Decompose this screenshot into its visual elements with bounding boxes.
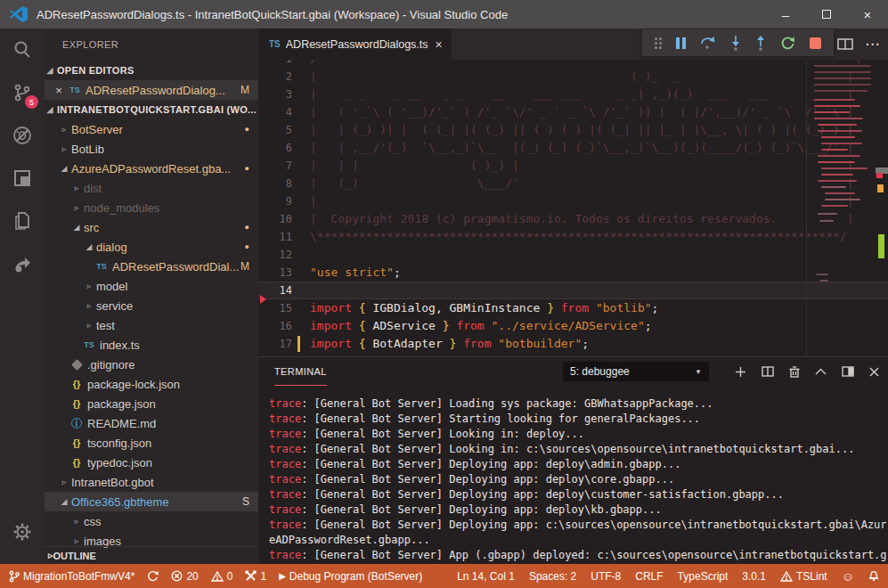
activity-item-source-control[interactable]: 5 bbox=[0, 71, 45, 114]
bell-icon bbox=[868, 570, 879, 582]
outline-section-header[interactable]: ▹ OUTLINE bbox=[45, 546, 258, 564]
tree-item[interactable]: ◢src● bbox=[45, 217, 258, 237]
open-editors-header[interactable]: ◢OPEN EDITORS bbox=[45, 61, 258, 80]
code-line[interactable]: 13"use strict"; bbox=[258, 264, 888, 282]
new-terminal-button[interactable] bbox=[735, 366, 746, 378]
tree-item[interactable]: {}tsconfig.json bbox=[45, 433, 258, 453]
close-panel-button[interactable] bbox=[869, 367, 879, 377]
code-line[interactable]: 7| | | ( )_) | | bbox=[258, 157, 888, 175]
maximize-panel-button[interactable] bbox=[815, 368, 827, 375]
activity-item-share[interactable] bbox=[0, 242, 45, 285]
code-line[interactable]: 4| ( '_`\ ( '__)/'_` ) /'_ `\/' _ ` _ `\… bbox=[258, 103, 888, 121]
more-actions-button[interactable]: ··· bbox=[866, 37, 881, 52]
code-line[interactable]: 10| Copyright 2018 (c) pragmatismo.io. T… bbox=[258, 210, 888, 228]
minimize-button[interactable]: – bbox=[765, 0, 806, 29]
status-git-branch[interactable]: MigrationToBotFmwV4* bbox=[9, 570, 134, 583]
line-number: 12 bbox=[258, 246, 292, 264]
tab-close-icon[interactable]: × bbox=[436, 37, 443, 52]
gitignore-icon bbox=[71, 359, 83, 371]
tree-item[interactable]: ▹css bbox=[45, 511, 258, 531]
tree-item[interactable]: {}typedoc.json bbox=[45, 453, 258, 472]
workspace-section-header[interactable]: ◢INTRANETBOTQUICKSTART.GBAI (WO... bbox=[45, 100, 258, 119]
minimize-icon: – bbox=[782, 7, 789, 22]
code-line[interactable]: 8| (_) \___/' | bbox=[258, 175, 888, 192]
chevron-collapsed-icon: ▹ bbox=[71, 536, 82, 545]
debug-step-over-button[interactable] bbox=[700, 36, 716, 51]
debug-step-out-button[interactable] bbox=[755, 36, 766, 51]
toggle-panel-position-button[interactable] bbox=[842, 366, 854, 377]
activity-item-search[interactable] bbox=[0, 29, 45, 71]
debug-restart-button[interactable] bbox=[780, 36, 795, 51]
close-button[interactable]: × bbox=[847, 0, 888, 29]
minimap[interactable] bbox=[806, 60, 876, 356]
code-line[interactable]: 17import { BotAdapter } from "botbuilder… bbox=[258, 335, 888, 353]
code-line[interactable]: 3| _ _ _ __ _ _ __ ___ ___ _ _| ,_)(_) _… bbox=[258, 86, 888, 103]
status-tslint-status[interactable]: TSLint bbox=[780, 570, 827, 583]
warning-icon bbox=[780, 571, 793, 582]
open-editor-item[interactable]: ×TSADResetPasswordDialog...M bbox=[45, 80, 258, 100]
code-line[interactable]: 6| | ,__/'(_) `\__,_)`\__ |(_) (_) (_)`\… bbox=[258, 139, 888, 157]
split-terminal-button[interactable] bbox=[762, 366, 774, 377]
tree-item[interactable]: {}package.json bbox=[45, 394, 258, 413]
tree-item[interactable]: ▹node_modules bbox=[45, 198, 258, 217]
tree-item[interactable]: iREADME.md bbox=[45, 413, 258, 433]
tree-item[interactable]: ▹test bbox=[45, 315, 258, 335]
tree-item[interactable]: TSADResetPasswordDial...M bbox=[45, 257, 258, 276]
status-sync[interactable] bbox=[147, 570, 159, 582]
tree-item[interactable]: ▹BotLib bbox=[45, 139, 258, 159]
terminal-output[interactable]: trace: [General Bot Server] Loading sys … bbox=[258, 386, 888, 564]
code-line[interactable]: 5| | (_) )| | ( (_| |( (_) || ( ) ( ) |(… bbox=[258, 121, 888, 139]
status-debug-launch[interactable]: ▶Debug Program (BotServer) bbox=[279, 570, 422, 583]
code-line[interactable]: 11\*************************************… bbox=[258, 228, 888, 246]
tree-item[interactable]: ▹BotServer● bbox=[45, 119, 258, 139]
play-icon: ▶ bbox=[279, 571, 286, 581]
tree-item[interactable]: ▹IntranetBot.gbot bbox=[45, 472, 258, 492]
chevron-expanded-icon: ◢ bbox=[59, 164, 69, 173]
kill-terminal-button[interactable] bbox=[789, 366, 800, 378]
code-line[interactable]: 12 bbox=[258, 246, 888, 264]
tree-item[interactable]: ◢dialog● bbox=[45, 237, 258, 257]
status-end-of-line[interactable]: CRLF bbox=[635, 570, 663, 583]
status-language-mode[interactable]: TypeScript bbox=[678, 570, 729, 583]
code-line[interactable]: 14 bbox=[258, 282, 888, 299]
activity-item-extensions[interactable] bbox=[0, 157, 45, 200]
tree-item[interactable]: .gitignore bbox=[45, 355, 258, 374]
status-error-count[interactable]: 20 bbox=[171, 570, 198, 583]
status-cursor-position[interactable]: Ln 14, Col 1 bbox=[457, 570, 515, 583]
status-indentation[interactable]: Spaces: 2 bbox=[529, 570, 576, 583]
activity-item-settings-gear[interactable] bbox=[0, 510, 45, 553]
code-editor[interactable]: 1/**************************************… bbox=[258, 60, 888, 356]
split-editor-button[interactable] bbox=[837, 38, 853, 50]
activity-item-documents[interactable] bbox=[0, 200, 45, 242]
maximize-button[interactable] bbox=[806, 0, 847, 29]
code-line[interactable]: 18 bbox=[258, 353, 888, 356]
debug-stop-button[interactable] bbox=[810, 37, 821, 49]
activity-item-debug[interactable] bbox=[0, 114, 45, 157]
status-feedback[interactable]: ☺ bbox=[842, 569, 854, 584]
close-editor-icon[interactable]: × bbox=[52, 84, 66, 97]
tree-item[interactable]: ◢AzureADPasswordReset.gba...● bbox=[45, 159, 258, 178]
status-warning-count[interactable]: 0 bbox=[211, 570, 233, 583]
tree-item[interactable]: {}package-lock.json bbox=[45, 374, 258, 394]
tree-item[interactable]: ◢Office365.gbthemeS bbox=[45, 492, 258, 511]
status-typescript-version[interactable]: 3.0.1 bbox=[742, 570, 766, 583]
code-line[interactable]: 1/**************************************… bbox=[258, 60, 888, 68]
toolbar-drag-handle-icon[interactable] bbox=[655, 37, 662, 49]
tree-item-label: test bbox=[96, 319, 115, 332]
debug-step-into-button[interactable] bbox=[730, 36, 741, 51]
code-line[interactable]: 15import { IGBDialog, GBMinInstance } fr… bbox=[258, 299, 888, 317]
tree-item[interactable]: ▹dist bbox=[45, 178, 258, 198]
status-encoding[interactable]: UTF-8 bbox=[591, 570, 621, 583]
debug-pause-button[interactable] bbox=[676, 37, 686, 49]
status-running-tasks[interactable]: 1 bbox=[245, 570, 266, 583]
tree-item[interactable]: ▹model bbox=[45, 276, 258, 296]
code-line[interactable]: 2| ( )_ _ | bbox=[258, 68, 888, 86]
terminal-selector-dropdown[interactable]: 5: debuggee ▼ bbox=[563, 362, 709, 381]
terminal-tab[interactable]: TERMINAL bbox=[274, 357, 327, 386]
tab-adresetpassworddialogs[interactable]: TS ADResetPasswordDialogs.ts × bbox=[258, 29, 452, 60]
status-notifications[interactable] bbox=[868, 570, 879, 582]
tree-item[interactable]: ▹service bbox=[45, 296, 258, 315]
tree-item[interactable]: TSindex.ts bbox=[45, 335, 258, 355]
code-line[interactable]: 9| | bbox=[258, 192, 888, 210]
code-line[interactable]: 16import { ADService } from "../service/… bbox=[258, 317, 888, 335]
